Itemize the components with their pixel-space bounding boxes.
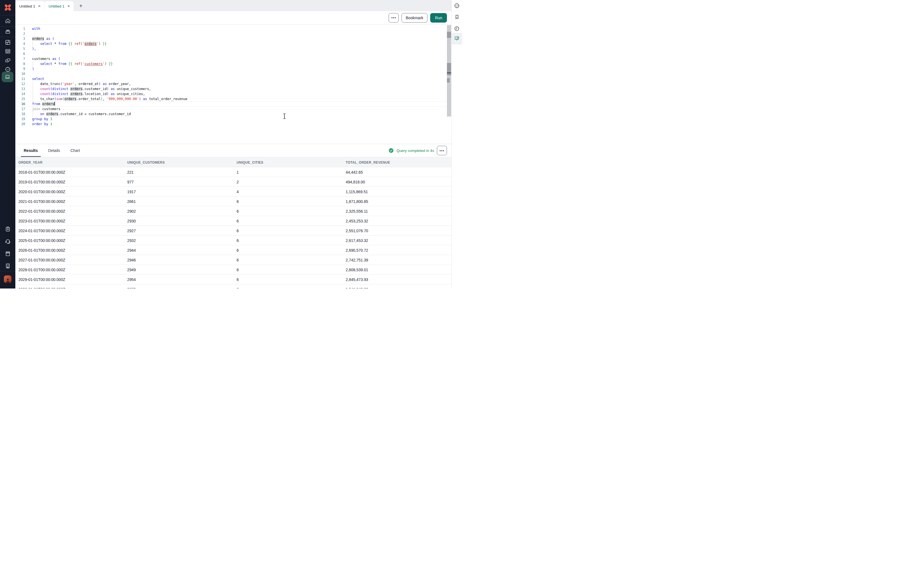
table-cell: 2,808,539.01 xyxy=(346,265,368,274)
table-row[interactable]: 2028-01-01T00:00:00.000Z294962,808,539.0… xyxy=(15,265,451,274)
laptop-icon xyxy=(5,74,11,80)
sidebar-item-history[interactable] xyxy=(452,23,462,34)
column-header: TOTAL_ORDER_REVENUE xyxy=(346,157,390,168)
table-row[interactable]: 2029-01-01T00:00:00.000Z295462,845,473.9… xyxy=(15,274,451,284)
table-cell: 6 xyxy=(237,235,239,245)
bookmark-button[interactable]: Bookmark xyxy=(401,13,427,23)
home-icon xyxy=(5,18,11,24)
code-line[interactable]: 11select xyxy=(15,76,445,81)
tab-chart[interactable]: Chart xyxy=(70,144,80,157)
table-cell: 2927 xyxy=(127,226,136,235)
table-cell: 2,742,751.39 xyxy=(346,255,368,265)
table-cell: 1 xyxy=(237,167,239,177)
code-line[interactable]: 10 xyxy=(15,71,445,76)
line-number: 7 xyxy=(15,56,25,61)
query-status: Query completed in 4s ●●● xyxy=(389,144,447,157)
code-line[interactable]: 8 select * from {{ ref('customers') }} xyxy=(15,61,445,66)
code-text xyxy=(25,51,32,56)
code-line[interactable]: 3orders as ( xyxy=(15,36,445,41)
scrollbar-thumb[interactable] xyxy=(447,32,451,38)
building-icon xyxy=(5,263,11,269)
user-avatar[interactable] xyxy=(4,276,11,283)
run-button[interactable]: Run xyxy=(430,13,447,23)
code-line[interactable]: 13 count(distinct orders.customer_id) as… xyxy=(15,86,445,92)
code-line[interactable]: 5), xyxy=(15,46,445,51)
sidebar-item-docs[interactable] xyxy=(0,249,15,258)
code-line[interactable]: 7customers as ( xyxy=(15,56,445,61)
code-text: count(distinct orders.customer_id) as un… xyxy=(25,86,151,92)
table-cell: 221 xyxy=(127,167,134,177)
code-line[interactable]: 17join customers xyxy=(15,106,445,111)
main-pane: Untitled 1 ✕ Untitled 1 ✕ + ●●● Bookmark… xyxy=(15,0,451,288)
sidebar-item-dashboards[interactable] xyxy=(0,38,15,47)
file-tab-2-active[interactable]: Untitled 1 ✕ xyxy=(45,1,74,11)
code-line[interactable]: 2 xyxy=(15,31,445,36)
more-options-button[interactable]: ●●● xyxy=(389,13,399,23)
close-icon[interactable]: ✕ xyxy=(66,4,71,8)
table-row[interactable]: 2027-01-01T00:00:00.000Z294662,742,751.3… xyxy=(15,255,451,265)
close-icon[interactable]: ✕ xyxy=(37,4,42,8)
code-line[interactable]: 19group by 1 xyxy=(15,116,445,121)
sidebar-item-organization[interactable] xyxy=(0,261,15,271)
sidebar-item-tasks[interactable] xyxy=(0,225,15,234)
right-sidebar xyxy=(451,0,462,288)
sidebar-item-studio-active[interactable] xyxy=(2,72,13,82)
table-cell: 2028-01-01T00:00:00.000Z xyxy=(18,265,65,274)
sidebar-item-develop[interactable] xyxy=(0,47,15,56)
sidebar-item-deploy[interactable] xyxy=(0,56,15,65)
compass-icon xyxy=(454,3,460,9)
code-line[interactable]: 1with xyxy=(15,26,445,31)
scrollbar-marker xyxy=(447,63,451,75)
code-line[interactable]: 18 on orders.customer_id = customers.cus… xyxy=(15,111,445,116)
table-cell: 2023-01-01T00:00:00.000Z xyxy=(18,216,65,226)
sidebar-item-bookmarks[interactable] xyxy=(452,11,462,23)
table-row[interactable]: 2023-01-01T00:00:00.000Z293062,453,253.3… xyxy=(15,216,451,226)
table-cell: 6 xyxy=(237,265,239,274)
sidebar-item-ai-assistant-active[interactable] xyxy=(452,33,462,44)
table-cell: 2,690,570.72 xyxy=(346,245,368,255)
table-cell: 44,442.65 xyxy=(346,167,363,177)
table-row[interactable]: 2021-01-01T00:00:00.000Z266161,871,800.8… xyxy=(15,197,451,206)
code-line[interactable]: 16from orders xyxy=(15,102,445,106)
sidebar-item-explore-right[interactable] xyxy=(452,0,462,11)
table-row[interactable]: 2019-01-01T00:00:00.000Z9772494,818.00 xyxy=(15,177,451,187)
code-text: customers as ( xyxy=(25,56,60,61)
code-line[interactable]: 12 date_trunc('year', ordered_at) as ord… xyxy=(15,81,445,86)
code-text: group by 1 xyxy=(25,116,52,121)
line-number: 2 xyxy=(15,31,25,36)
table-row[interactable]: 2030-01-01T00:00:00.000Z287961,841,049.3… xyxy=(15,284,451,288)
column-header: UNIQUE_CITIES xyxy=(237,157,263,168)
table-row[interactable]: 2018-01-01T00:00:00.000Z221144,442.65 xyxy=(15,167,451,177)
code-line[interactable]: 4 select * from {{ ref('orders') }} xyxy=(15,41,445,46)
table-cell: 6 xyxy=(237,216,239,226)
sql-editor[interactable]: 1with23orders as (4 select * from {{ ref… xyxy=(15,24,451,144)
code-text: on orders.customer_id = customers.custom… xyxy=(25,111,131,116)
table-row[interactable]: 2022-01-01T00:00:00.000Z290262,325,556.1… xyxy=(15,206,451,216)
table-row[interactable]: 2024-01-01T00:00:00.000Z292762,551,076.7… xyxy=(15,226,451,235)
sidebar-item-inbox[interactable] xyxy=(0,27,15,36)
new-tab-button[interactable]: + xyxy=(77,2,85,10)
code-line[interactable]: 15 to_char(sum(orders.order_total), '999… xyxy=(15,97,445,102)
tab-details[interactable]: Details xyxy=(48,144,60,157)
code-line[interactable]: 14 count(distinct orders.location_id) as… xyxy=(15,92,445,97)
line-number: 20 xyxy=(15,121,25,127)
line-number: 9 xyxy=(15,66,25,71)
code-line[interactable]: 9) xyxy=(15,66,445,71)
tab-results[interactable]: Results xyxy=(24,144,38,157)
table-cell: 2,453,253.32 xyxy=(346,216,368,226)
editor-scrollbar[interactable] xyxy=(447,25,451,116)
results-panel: Results Details Chart Query completed in… xyxy=(15,144,451,288)
sidebar-item-home[interactable] xyxy=(0,16,15,25)
code-line[interactable]: 6 xyxy=(15,51,445,56)
table-cell: 2,551,076.70 xyxy=(346,226,368,235)
code-line[interactable]: 20order by 1 xyxy=(15,121,445,127)
table-row[interactable]: 2026-01-01T00:00:00.000Z294462,690,570.7… xyxy=(15,245,451,255)
file-tab-1[interactable]: Untitled 1 ✕ xyxy=(15,1,44,11)
sidebar-item-support[interactable] xyxy=(0,237,15,246)
line-number: 16 xyxy=(15,102,25,106)
table-cell: 6 xyxy=(237,226,239,235)
table-row[interactable]: 2025-01-01T00:00:00.000Z293262,617,453.3… xyxy=(15,235,451,245)
table-row[interactable]: 2020-01-01T00:00:00.000Z191741,115,869.5… xyxy=(15,187,451,197)
results-more-options-button[interactable]: ●●● xyxy=(437,146,447,155)
line-number: 19 xyxy=(15,116,25,121)
